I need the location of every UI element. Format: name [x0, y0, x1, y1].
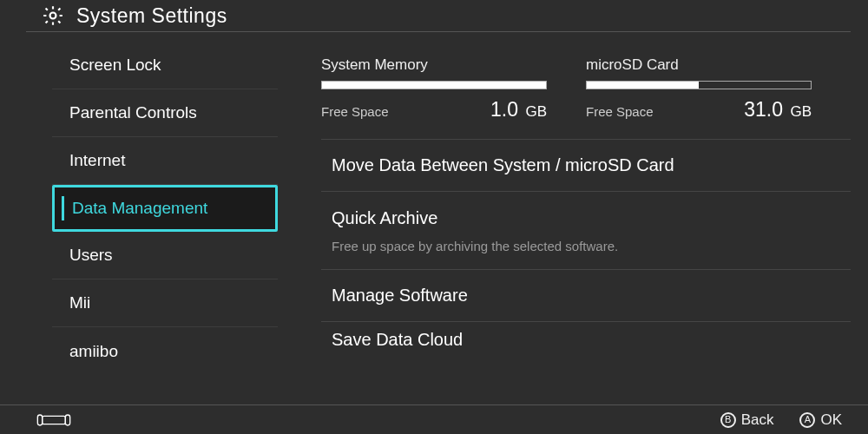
- sidebar-item-label: Mii: [69, 293, 90, 312]
- storage-system-free-value: 1.0 GB: [490, 98, 547, 122]
- svg-rect-3: [65, 415, 69, 425]
- storage-system-free-label: Free Space: [321, 104, 389, 119]
- storage-sd-bar: [586, 81, 812, 89]
- footer: B Back A OK: [0, 404, 868, 434]
- sidebar-item-data-management[interactable]: Data Management: [52, 185, 278, 232]
- sidebar-item-internet[interactable]: Internet: [52, 137, 278, 185]
- menu-item-title: Move Data Between System / microSD Card: [332, 155, 851, 175]
- back-button[interactable]: B Back: [720, 411, 774, 429]
- sidebar-item-label: Parental Controls: [69, 103, 197, 122]
- menu-move-data[interactable]: Move Data Between System / microSD Card: [321, 140, 851, 192]
- sidebar-item-label: Users: [69, 246, 113, 265]
- ok-label: OK: [820, 411, 842, 429]
- menu-quick-archive[interactable]: Quick Archive Free up space by archiving…: [321, 192, 851, 270]
- sidebar: Screen Lock Parental Controls Internet D…: [52, 42, 278, 375]
- menu-item-title: Quick Archive: [332, 208, 851, 228]
- controller-icon: [36, 412, 71, 428]
- storage-system: System Memory Free Space 1.0 GB: [321, 56, 551, 122]
- storage-system-bar: [321, 81, 547, 89]
- ok-button[interactable]: A OK: [799, 411, 842, 429]
- menu-item-title: Manage Software: [332, 286, 851, 306]
- sidebar-item-parental-controls[interactable]: Parental Controls: [52, 89, 278, 137]
- storage-system-label: System Memory: [321, 56, 551, 74]
- menu-manage-software[interactable]: Manage Software: [321, 270, 851, 322]
- header-divider: [26, 31, 851, 32]
- sidebar-item-label: Internet: [69, 151, 125, 170]
- svg-rect-1: [43, 416, 66, 424]
- storage-sd-label: microSD Card: [586, 56, 816, 74]
- b-button-icon: B: [720, 412, 736, 428]
- sidebar-item-label: amiibo: [69, 342, 118, 361]
- sidebar-item-amiibo[interactable]: amiibo: [52, 327, 278, 375]
- main-panel: System Memory Free Space 1.0 GB microSD …: [321, 48, 851, 399]
- footer-actions: B Back A OK: [720, 411, 842, 429]
- sidebar-item-label: Screen Lock: [69, 56, 161, 75]
- header: System Settings: [0, 0, 868, 31]
- back-label: Back: [741, 411, 774, 429]
- a-button-icon: A: [799, 412, 815, 428]
- storage-sd: microSD Card Free Space 31.0 GB: [586, 56, 816, 122]
- menu-item-subtitle: Free up space by archiving the selected …: [332, 239, 851, 253]
- storage-sd-free-value: 31.0 GB: [744, 98, 812, 122]
- gear-icon: [42, 4, 64, 27]
- menu-save-data-cloud[interactable]: Save Data Cloud: [321, 322, 851, 357]
- sidebar-item-screen-lock[interactable]: Screen Lock: [52, 42, 278, 89]
- storage-row: System Memory Free Space 1.0 GB microSD …: [321, 48, 851, 140]
- svg-point-0: [50, 13, 56, 19]
- svg-rect-2: [37, 415, 42, 425]
- sidebar-item-mii[interactable]: Mii: [52, 279, 278, 327]
- storage-sd-free-label: Free Space: [586, 104, 654, 119]
- sidebar-item-users[interactable]: Users: [52, 232, 278, 279]
- sidebar-item-label: Data Management: [72, 199, 207, 218]
- page-title: System Settings: [76, 4, 227, 28]
- menu-item-title: Save Data Cloud: [332, 330, 851, 350]
